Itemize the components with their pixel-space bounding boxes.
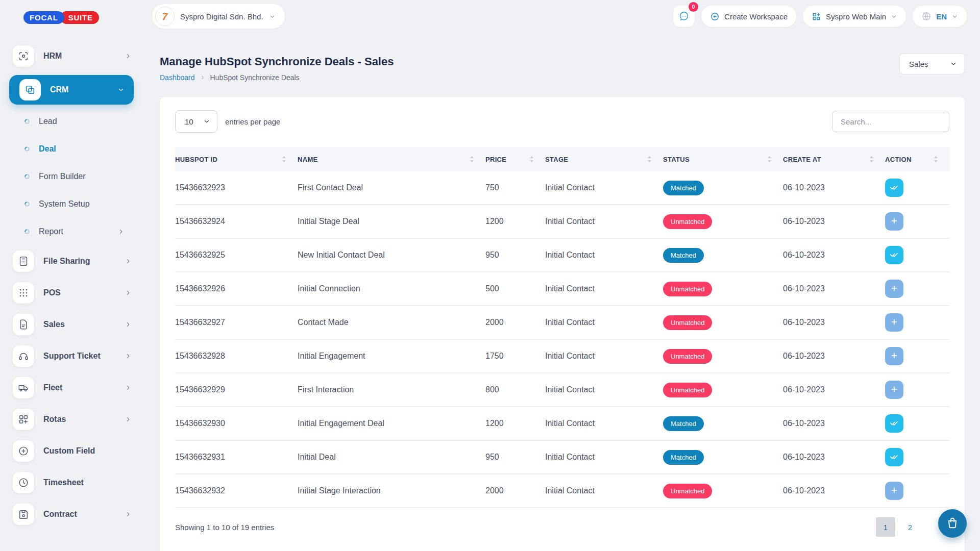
sidebar-item-rotas[interactable]: Rotas	[0, 404, 143, 435]
sync-add-button[interactable]	[885, 280, 903, 298]
sidebar-item-custom-field[interactable]: Custom Field	[0, 435, 143, 467]
chevron-right-icon	[200, 74, 206, 81]
sidebar-item-pos[interactable]: POS	[0, 277, 143, 309]
column-header-price[interactable]: PRICE	[485, 147, 545, 171]
deals-table: HUBSPOT IDNAMEPRICESTAGESTATUSCREATE ATA…	[175, 147, 949, 508]
chevron-right-icon	[125, 353, 132, 360]
logo-primary: FOCAL	[23, 11, 64, 24]
table-body: 15436632923First Contact Deal750Initial …	[175, 171, 949, 508]
table-row: 15436632928Initial Engagement1750Initial…	[175, 339, 949, 373]
cell-create-at: 06-10-2023	[783, 306, 885, 339]
workspace-name: Syspro Web Main	[826, 12, 886, 21]
sidebar-item-hrm[interactable]: HRM	[0, 40, 143, 72]
cell-hubspot-id: 15436632926	[175, 272, 298, 306]
sidebar-subitem-report[interactable]: Report	[0, 218, 143, 245]
sidebar-item-contract[interactable]: Contract	[0, 498, 143, 530]
cell-hubspot-id: 15436632924	[175, 205, 298, 238]
cell-name: Initial Engagement Deal	[298, 407, 485, 440]
breadcrumb-dashboard-link[interactable]: Dashboard	[160, 73, 195, 82]
cell-hubspot-id: 15436632930	[175, 407, 298, 440]
sync-add-button[interactable]	[885, 347, 903, 365]
check-double-icon	[890, 250, 899, 261]
column-header-name[interactable]: NAME	[298, 147, 485, 171]
cell-price: 2000	[485, 306, 545, 339]
workspace-selector[interactable]: Syspro Web Main	[803, 6, 906, 27]
sidebar-item-timesheet[interactable]: Timesheet	[0, 467, 143, 498]
chevron-right-icon	[125, 258, 132, 265]
chevron-down-icon	[117, 86, 125, 93]
topbar-actions: 0 Create Workspace Syspro Web Main EN	[673, 6, 967, 27]
custom-field-icon	[13, 440, 34, 462]
create-workspace-button[interactable]: Create Workspace	[701, 6, 796, 27]
focal-suite-logo[interactable]: FOCAL SUITE	[0, 0, 143, 24]
messages-button[interactable]: 0	[673, 6, 695, 27]
cell-stage: Initial Contact	[545, 474, 663, 508]
column-header-action[interactable]: ACTION	[885, 147, 949, 171]
sidebar-subitem-lead[interactable]: Lead	[0, 108, 143, 135]
sort-icon[interactable]	[934, 156, 938, 163]
sync-add-button[interactable]	[885, 381, 903, 399]
bullet-icon	[24, 201, 30, 207]
column-header-hubspot-id[interactable]: HUBSPOT ID	[175, 147, 298, 171]
cell-price: 1200	[485, 205, 545, 238]
cell-name: Initial Deal	[298, 440, 485, 474]
column-header-create-at[interactable]: CREATE AT	[783, 147, 885, 171]
cell-hubspot-id: 15436632923	[175, 171, 298, 205]
sort-icon[interactable]	[869, 156, 874, 163]
column-header-stage[interactable]: STAGE	[545, 147, 663, 171]
plus-icon	[890, 317, 899, 328]
sidebar-item-support-ticket[interactable]: Support Ticket	[0, 340, 143, 372]
pagination-page-2[interactable]: 2	[900, 517, 920, 537]
plus-icon	[890, 351, 899, 362]
crm-icon	[19, 79, 41, 101]
plus-icon	[890, 385, 899, 395]
sidebar-item-file-sharing[interactable]: File Sharing	[0, 245, 143, 277]
cell-stage: Initial Contact	[545, 272, 663, 306]
cell-name: First Contact Deal	[298, 171, 485, 205]
bullet-icon	[24, 146, 30, 152]
company-selector[interactable]: 7 Syspro Digital Sdn. Bhd.	[152, 4, 285, 29]
cell-price: 950	[485, 238, 545, 272]
sort-icon[interactable]	[470, 156, 474, 163]
sync-add-button[interactable]	[885, 313, 903, 332]
entries-per-page-select[interactable]: 10	[175, 110, 217, 133]
sync-add-button[interactable]	[885, 482, 903, 500]
status-badge: Unmatched	[663, 383, 712, 397]
chevron-down-icon	[891, 13, 897, 20]
sync-add-button[interactable]	[885, 212, 903, 231]
sidebar-item-fleet[interactable]: Fleet	[0, 372, 143, 404]
synced-check-button[interactable]	[885, 246, 903, 264]
hrm-icon	[13, 45, 34, 67]
status-badge: Matched	[663, 450, 704, 465]
cell-create-at: 06-10-2023	[783, 440, 885, 474]
chevron-down-icon	[269, 13, 276, 20]
status-badge: Unmatched	[663, 282, 712, 296]
cart-fab-button[interactable]	[938, 509, 967, 538]
language-selector[interactable]: EN	[913, 6, 967, 27]
bullet-icon	[24, 229, 30, 235]
synced-check-button[interactable]	[885, 448, 903, 466]
sidebar-item-sales[interactable]: Sales	[0, 309, 143, 340]
module-select[interactable]: Sales	[899, 53, 965, 74]
sort-icon[interactable]	[282, 156, 286, 163]
contract-icon	[13, 504, 34, 525]
sidebar-item-crm[interactable]: CRM	[9, 75, 134, 105]
sort-icon[interactable]	[647, 156, 652, 163]
column-header-status[interactable]: STATUS	[663, 147, 783, 171]
cell-stage: Initial Contact	[545, 407, 663, 440]
cell-name: Initial Stage Interaction	[298, 474, 485, 508]
logo-secondary: SUITE	[60, 11, 99, 24]
sort-icon[interactable]	[529, 156, 534, 163]
table-row: 15436632931Initial Deal950Initial Contac…	[175, 440, 949, 474]
synced-check-button[interactable]	[885, 179, 903, 197]
synced-check-button[interactable]	[885, 414, 903, 433]
cell-name: First Interaction	[298, 373, 485, 407]
search-input[interactable]	[832, 111, 949, 132]
plus-icon	[890, 216, 899, 227]
file-sharing-icon	[13, 251, 34, 272]
sidebar-subitem-form-builder[interactable]: Form Builder	[0, 163, 143, 190]
sidebar-subitem-deal[interactable]: Deal	[0, 135, 143, 163]
sort-icon[interactable]	[767, 156, 772, 163]
sidebar-subitem-system-setup[interactable]: System Setup	[0, 190, 143, 218]
pagination-page-1[interactable]: 1	[876, 517, 895, 537]
